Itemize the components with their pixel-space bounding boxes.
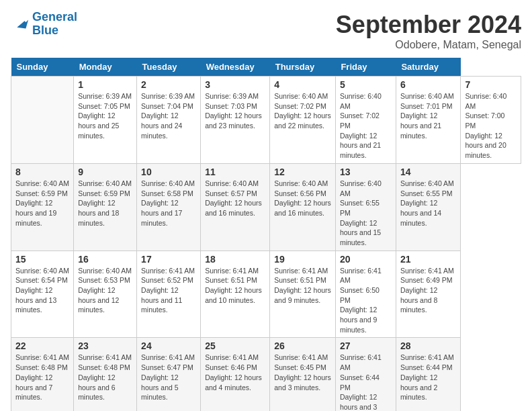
day-number: 5 — [340, 79, 392, 90]
calendar-cell: 26Sunrise: 6:41 AM Sunset: 6:45 PM Dayli… — [270, 338, 336, 411]
calendar-cell — [11, 77, 74, 164]
day-number: 10 — [141, 167, 196, 177]
day-info: Sunrise: 6:40 AM Sunset: 7:01 PM Dayligh… — [400, 91, 457, 140]
day-info: Sunrise: 6:40 AM Sunset: 6:55 PM Dayligh… — [400, 179, 457, 228]
day-number: 25 — [205, 340, 265, 351]
calendar-cell: 22Sunrise: 6:41 AM Sunset: 6:48 PM Dayli… — [11, 338, 74, 411]
day-info: Sunrise: 6:40 AM Sunset: 7:02 PM Dayligh… — [274, 91, 331, 131]
day-info: Sunrise: 6:41 AM Sunset: 6:44 PM Dayligh… — [340, 353, 392, 411]
calendar-cell: 19Sunrise: 6:41 AM Sunset: 6:51 PM Dayli… — [270, 250, 336, 338]
header-monday: Monday — [74, 58, 137, 77]
calendar-cell: 12Sunrise: 6:40 AM Sunset: 6:56 PM Dayli… — [270, 163, 336, 250]
day-info: Sunrise: 6:41 AM Sunset: 6:51 PM Dayligh… — [274, 266, 331, 306]
calendar-cell: 9Sunrise: 6:40 AM Sunset: 6:59 PM Daylig… — [74, 163, 137, 250]
calendar-cell: 3Sunrise: 6:39 AM Sunset: 7:03 PM Daylig… — [201, 77, 270, 164]
day-number: 19 — [274, 254, 331, 265]
calendar-cell: 7Sunrise: 6:40 AM Sunset: 7:00 PM Daylig… — [461, 77, 521, 164]
header-wednesday: Wednesday — [201, 58, 270, 77]
day-info: Sunrise: 6:40 AM Sunset: 7:02 PM Dayligh… — [340, 91, 392, 161]
day-info: Sunrise: 6:39 AM Sunset: 7:03 PM Dayligh… — [205, 91, 265, 131]
title-area: September 2024 Odobere, Matam, Senegal — [336, 11, 521, 51]
day-number: 4 — [274, 79, 331, 90]
calendar-cell: 18Sunrise: 6:41 AM Sunset: 6:51 PM Dayli… — [201, 250, 270, 338]
calendar-cell: 16Sunrise: 6:40 AM Sunset: 6:53 PM Dayli… — [74, 250, 137, 338]
day-number: 13 — [340, 167, 392, 177]
calendar-cell: 11Sunrise: 6:40 AM Sunset: 6:57 PM Dayli… — [201, 163, 270, 250]
day-info: Sunrise: 6:41 AM Sunset: 6:45 PM Dayligh… — [274, 353, 331, 392]
day-info: Sunrise: 6:41 AM Sunset: 6:48 PM Dayligh… — [15, 353, 69, 402]
calendar-cell: 2Sunrise: 6:39 AM Sunset: 7:04 PM Daylig… — [137, 77, 201, 164]
day-number: 11 — [205, 167, 265, 177]
calendar-header-row: Sunday Monday Tuesday Wednesday Thursday… — [11, 58, 521, 77]
day-info: Sunrise: 6:39 AM Sunset: 7:04 PM Dayligh… — [141, 91, 196, 140]
calendar-cell: 13Sunrise: 6:40 AM Sunset: 6:55 PM Dayli… — [335, 163, 396, 250]
day-number: 26 — [274, 340, 331, 351]
day-number: 14 — [400, 167, 457, 177]
calendar-cell: 5Sunrise: 6:40 AM Sunset: 7:02 PM Daylig… — [335, 77, 396, 164]
day-number: 21 — [400, 254, 457, 265]
location-subtitle: Odobere, Matam, Senegal — [336, 39, 521, 51]
calendar-table: Sunday Monday Tuesday Wednesday Thursday… — [11, 58, 521, 411]
svg-marker-0 — [17, 19, 28, 28]
logo-line2: Blue — [32, 24, 58, 37]
header-saturday: Saturday — [396, 58, 461, 77]
calendar-cell: 20Sunrise: 6:41 AM Sunset: 6:50 PM Dayli… — [335, 250, 396, 338]
calendar-cell: 15Sunrise: 6:40 AM Sunset: 6:54 PM Dayli… — [11, 250, 74, 338]
calendar-week-3: 15Sunrise: 6:40 AM Sunset: 6:54 PM Dayli… — [11, 250, 521, 338]
day-info: Sunrise: 6:40 AM Sunset: 6:53 PM Dayligh… — [78, 266, 132, 315]
day-number: 18 — [205, 254, 265, 265]
day-number: 20 — [340, 254, 392, 265]
calendar-cell: 21Sunrise: 6:41 AM Sunset: 6:49 PM Dayli… — [396, 250, 461, 338]
day-info: Sunrise: 6:40 AM Sunset: 6:55 PM Dayligh… — [340, 179, 392, 248]
day-number: 12 — [274, 167, 331, 177]
day-number: 16 — [78, 254, 132, 265]
calendar-cell: 6Sunrise: 6:40 AM Sunset: 7:01 PM Daylig… — [396, 77, 461, 164]
day-number: 15 — [15, 254, 69, 265]
day-number: 28 — [400, 340, 457, 351]
header-thursday: Thursday — [270, 58, 336, 77]
day-number: 2 — [141, 79, 196, 90]
day-info: Sunrise: 6:41 AM Sunset: 6:48 PM Dayligh… — [78, 353, 132, 402]
calendar-week-4: 22Sunrise: 6:41 AM Sunset: 6:48 PM Dayli… — [11, 338, 521, 411]
logo-text: General Blue — [32, 11, 77, 38]
month-title: September 2024 — [336, 11, 521, 39]
day-number: 27 — [340, 340, 392, 351]
calendar-cell: 17Sunrise: 6:41 AM Sunset: 6:52 PM Dayli… — [137, 250, 201, 338]
day-number: 6 — [400, 79, 457, 90]
calendar-cell: 1Sunrise: 6:39 AM Sunset: 7:05 PM Daylig… — [74, 77, 137, 164]
day-number: 22 — [15, 340, 69, 351]
day-number: 24 — [141, 340, 196, 351]
calendar-week-1: 1Sunrise: 6:39 AM Sunset: 7:05 PM Daylig… — [11, 77, 521, 164]
day-number: 3 — [205, 79, 265, 90]
day-info: Sunrise: 6:41 AM Sunset: 6:50 PM Dayligh… — [340, 266, 392, 335]
calendar-cell: 28Sunrise: 6:41 AM Sunset: 6:44 PM Dayli… — [396, 338, 461, 411]
day-info: Sunrise: 6:40 AM Sunset: 6:57 PM Dayligh… — [205, 179, 265, 218]
calendar-cell: 8Sunrise: 6:40 AM Sunset: 6:59 PM Daylig… — [11, 163, 74, 250]
header-tuesday: Tuesday — [137, 58, 201, 77]
day-info: Sunrise: 6:40 AM Sunset: 6:56 PM Dayligh… — [274, 179, 331, 218]
day-info: Sunrise: 6:40 AM Sunset: 6:59 PM Dayligh… — [78, 179, 132, 228]
day-number: 23 — [78, 340, 132, 351]
day-number: 8 — [15, 167, 69, 177]
day-info: Sunrise: 6:39 AM Sunset: 7:05 PM Dayligh… — [78, 91, 132, 140]
day-number: 7 — [465, 79, 517, 90]
header: General Blue September 2024 Odobere, Mat… — [11, 11, 521, 51]
day-number: 17 — [141, 254, 196, 265]
day-info: Sunrise: 6:41 AM Sunset: 6:51 PM Dayligh… — [205, 266, 265, 306]
calendar-week-2: 8Sunrise: 6:40 AM Sunset: 6:59 PM Daylig… — [11, 163, 521, 250]
day-info: Sunrise: 6:40 AM Sunset: 7:00 PM Dayligh… — [465, 91, 517, 161]
calendar-cell: 23Sunrise: 6:41 AM Sunset: 6:48 PM Dayli… — [74, 338, 137, 411]
calendar-cell: 27Sunrise: 6:41 AM Sunset: 6:44 PM Dayli… — [335, 338, 396, 411]
calendar-cell: 25Sunrise: 6:41 AM Sunset: 6:46 PM Dayli… — [201, 338, 270, 411]
header-sunday: Sunday — [11, 58, 74, 77]
calendar-cell: 14Sunrise: 6:40 AM Sunset: 6:55 PM Dayli… — [396, 163, 461, 250]
calendar-cell: 24Sunrise: 6:41 AM Sunset: 6:47 PM Dayli… — [137, 338, 201, 411]
header-friday: Friday — [335, 58, 396, 77]
day-info: Sunrise: 6:41 AM Sunset: 6:46 PM Dayligh… — [205, 353, 265, 392]
day-info: Sunrise: 6:41 AM Sunset: 6:49 PM Dayligh… — [400, 266, 457, 315]
logo-line1: General — [32, 10, 77, 24]
day-info: Sunrise: 6:40 AM Sunset: 6:54 PM Dayligh… — [15, 266, 69, 315]
day-info: Sunrise: 6:40 AM Sunset: 6:59 PM Dayligh… — [15, 179, 69, 228]
day-info: Sunrise: 6:41 AM Sunset: 6:47 PM Dayligh… — [141, 353, 196, 402]
calendar-cell: 10Sunrise: 6:40 AM Sunset: 6:58 PM Dayli… — [137, 163, 201, 250]
